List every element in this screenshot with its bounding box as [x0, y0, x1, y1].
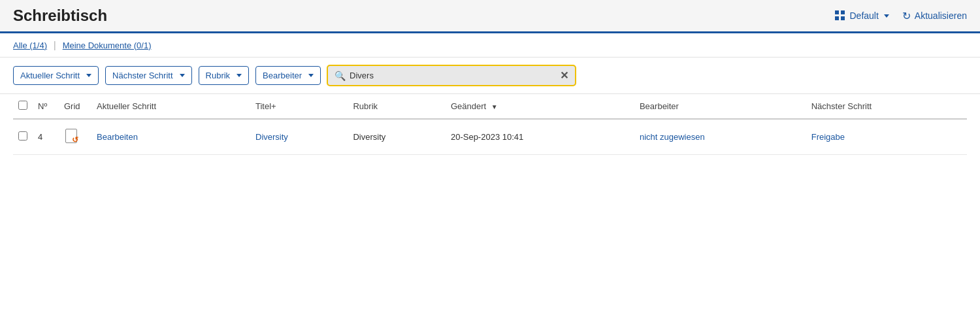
- search-input[interactable]: [350, 71, 560, 80]
- titel-link[interactable]: Diversity: [255, 132, 288, 142]
- select-all-checkbox[interactable]: [18, 101, 27, 110]
- th-bearbeiter: Bearbeiter: [634, 94, 806, 119]
- sub-nav: Alle (1/4) | Meine Dokumente (0/1): [0, 33, 980, 58]
- row-checkbox[interactable]: [18, 131, 27, 141]
- bearbeiter-label: Bearbeiter: [263, 71, 302, 80]
- chevron-down-icon: [86, 74, 91, 77]
- chevron-down-icon: [237, 74, 242, 77]
- default-button[interactable]: Default: [835, 10, 889, 21]
- th-geandert[interactable]: Geändert ▼: [446, 94, 634, 119]
- rubrik-dropdown[interactable]: Rubrik: [199, 66, 250, 85]
- row-titel: Diversity: [250, 119, 348, 155]
- th-titel: Titel+: [250, 94, 348, 119]
- documents-table: Nº Grid Aktueller Schritt Titel+ Rubrik …: [13, 94, 967, 155]
- filter-bar: Aktueller Schritt Nächster Schritt Rubri…: [0, 58, 980, 94]
- row-bearbeiter: nicht zugewiesen: [634, 119, 806, 155]
- header-actions: Default ↻ Aktualisieren: [835, 10, 967, 22]
- bearbeiter-dropdown[interactable]: Bearbeiter: [255, 66, 321, 85]
- row-nr: 4: [33, 119, 59, 155]
- row-naechster-schritt: Freigabe: [806, 119, 967, 155]
- search-icon: 🔍: [335, 71, 346, 81]
- refresh-icon: ↻: [902, 10, 911, 22]
- th-rubrik: Rubrik: [348, 94, 445, 119]
- sort-icon: ▼: [491, 103, 498, 110]
- rubrik-label: Rubrik: [206, 71, 231, 80]
- default-label: Default: [849, 10, 878, 21]
- alle-link[interactable]: Alle (1/4): [13, 41, 47, 50]
- chevron-down-icon: [180, 74, 185, 77]
- doc-refresh-badge: ↺: [72, 135, 78, 144]
- table-row: 4 ↺ Bearbeiten Diversity Diversity 20-Se…: [13, 119, 967, 155]
- aktualisieren-label: Aktualisieren: [915, 10, 967, 21]
- bearbeiter-link[interactable]: nicht zugewiesen: [640, 132, 705, 142]
- grid-icon: [835, 10, 845, 21]
- th-checkbox: [13, 94, 33, 119]
- document-icon: ↺: [64, 127, 78, 144]
- aktueller-schritt-dropdown[interactable]: Aktueller Schritt: [13, 66, 99, 85]
- nav-separator: |: [54, 40, 56, 50]
- aktueller-schritt-label: Aktueller Schritt: [20, 71, 80, 80]
- page-title: Schreibtisch: [13, 7, 107, 25]
- search-clear-button[interactable]: ✕: [560, 69, 568, 82]
- row-aktueller-schritt: Bearbeiten: [91, 119, 250, 155]
- th-naechster-schritt: Nächster Schritt: [806, 94, 967, 119]
- naechster-schritt-label: Nächster Schritt: [112, 71, 172, 80]
- th-grid: Grid: [59, 94, 91, 119]
- table-header-row: Nº Grid Aktueller Schritt Titel+ Rubrik …: [13, 94, 967, 119]
- th-nr: Nº: [33, 94, 59, 119]
- table-container: Nº Grid Aktueller Schritt Titel+ Rubrik …: [0, 94, 980, 155]
- row-geandert: 20-Sep-2023 10:41: [446, 119, 634, 155]
- naechster-schritt-link[interactable]: Freigabe: [811, 132, 845, 142]
- naechster-schritt-dropdown[interactable]: Nächster Schritt: [105, 66, 191, 85]
- chevron-down-icon: [308, 74, 314, 77]
- bearbeiten-link[interactable]: Bearbeiten: [97, 132, 138, 142]
- aktualisieren-button[interactable]: ↻ Aktualisieren: [902, 10, 967, 22]
- row-grid-icon-cell: ↺: [59, 119, 91, 155]
- row-checkbox-cell: [13, 119, 33, 155]
- meine-dokumente-link[interactable]: Meine Dokumente (0/1): [63, 41, 152, 50]
- page-header: Schreibtisch Default ↻ Aktualisieren: [0, 0, 980, 33]
- chevron-down-icon: [884, 14, 889, 18]
- row-rubrik: Diversity: [348, 119, 445, 155]
- th-aktueller-schritt: Aktueller Schritt: [91, 94, 250, 119]
- search-box[interactable]: 🔍 ✕: [327, 65, 576, 86]
